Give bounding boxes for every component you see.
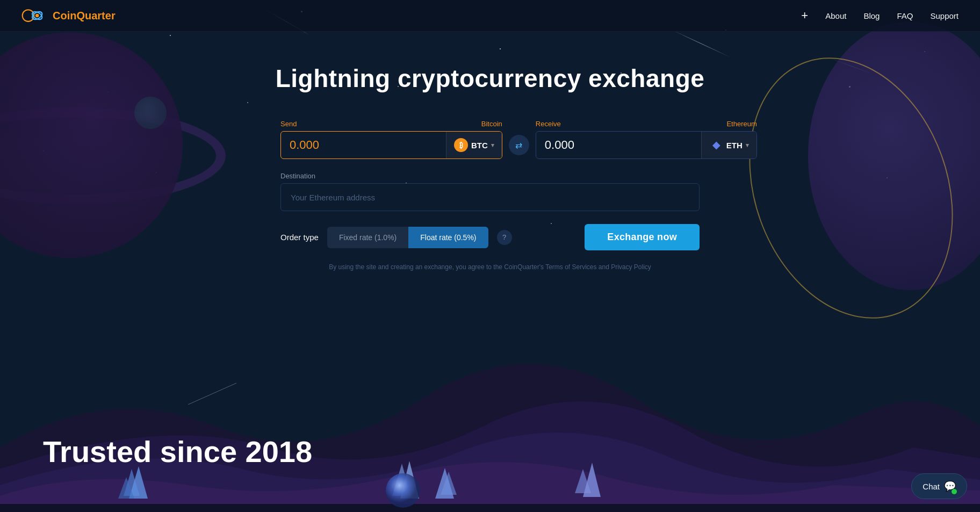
send-chevron-icon: ▾ <box>491 142 494 149</box>
destination-group: Destination <box>280 172 700 211</box>
swap-arrows-icon: ⇄ <box>515 140 522 150</box>
logo-icon <box>21 8 48 24</box>
send-coin-ticker: BTC <box>471 141 488 150</box>
eth-icon: ◆ <box>709 138 723 152</box>
svg-marker-5 <box>129 466 148 499</box>
svg-line-14 <box>188 383 236 405</box>
terms-text: By using the site and creating an exchan… <box>280 263 700 271</box>
btc-icon: ₿ <box>454 138 468 152</box>
receive-coin-select[interactable]: ◆ ETH ▾ <box>701 132 756 158</box>
svg-marker-8 <box>400 461 419 499</box>
nav-support[interactable]: Support <box>930 11 959 20</box>
fixed-rate-button[interactable]: Fixed rate (1.0%) <box>327 227 408 248</box>
navbar: CoinQuarter + About Blog FAQ Support <box>0 0 980 32</box>
send-input-box: ₿ BTC ▾ <box>280 131 502 159</box>
logo[interactable]: CoinQuarter <box>21 8 116 24</box>
float-rate-button[interactable]: Float rate (0.5%) <box>408 227 488 248</box>
nav-blog[interactable]: Blog <box>863 11 880 20</box>
destination-label: Destination <box>280 172 700 180</box>
hero-section: Lightning cryptocurrency exchange Send B… <box>0 32 980 271</box>
svg-point-3 <box>35 14 39 18</box>
online-status-dot <box>952 489 957 494</box>
receive-field-group: Receive Ethereum ◆ ETH ▾ <box>536 120 757 159</box>
order-type-label: Order type <box>280 233 319 242</box>
receive-input-box: ◆ ETH ▾ <box>536 131 757 159</box>
nav-right: + About Blog FAQ Support <box>801 9 959 23</box>
trusted-text: Trusted since 2018 <box>43 434 312 469</box>
send-coin-select[interactable]: ₿ BTC ▾ <box>446 132 502 158</box>
send-receive-row: Send Bitcoin ₿ BTC ▾ ⇄ <box>280 120 700 159</box>
receive-coin-ticker: ETH <box>726 141 743 150</box>
destination-input[interactable] <box>280 183 700 211</box>
receive-amount-input[interactable] <box>536 138 701 152</box>
nav-links: About Blog FAQ Support <box>825 11 959 20</box>
nav-faq[interactable]: FAQ <box>897 11 913 20</box>
hero-title: Lightning cryptocurrency exchange <box>276 64 705 93</box>
svg-marker-4 <box>124 469 140 496</box>
svg-point-13 <box>386 473 420 508</box>
nav-plus-icon[interactable]: + <box>801 9 808 23</box>
landscape-illustration <box>0 286 980 512</box>
svg-marker-10 <box>435 468 454 499</box>
send-amount-input[interactable] <box>281 138 446 152</box>
send-coin-label: Bitcoin <box>481 120 502 128</box>
chat-label: Chat <box>923 482 940 491</box>
receive-coin-label: Ethereum <box>726 120 756 128</box>
svg-marker-12 <box>583 463 601 497</box>
help-button[interactable]: ? <box>497 230 512 245</box>
receive-chevron-icon: ▾ <box>746 142 749 149</box>
exchange-now-button[interactable]: Exchange now <box>585 224 700 250</box>
svg-marker-11 <box>575 469 591 493</box>
svg-marker-6 <box>118 477 134 499</box>
logo-text: CoinQuarter <box>53 10 116 22</box>
chat-button[interactable]: Chat 💬 <box>911 473 967 499</box>
send-field-group: Send Bitcoin ₿ BTC ▾ <box>280 120 502 159</box>
nav-about[interactable]: About <box>825 11 846 20</box>
rate-buttons: Fixed rate (1.0%) Float rate (0.5%) <box>327 227 488 248</box>
exchange-form: Send Bitcoin ₿ BTC ▾ ⇄ <box>280 120 700 271</box>
order-type-row: Order type Fixed rate (1.0%) Float rate … <box>280 224 700 250</box>
svg-marker-9 <box>441 472 457 495</box>
swap-button[interactable]: ⇄ <box>509 135 529 155</box>
svg-marker-7 <box>392 464 411 496</box>
receive-label: Receive <box>536 120 561 128</box>
send-label: Send <box>280 120 297 128</box>
